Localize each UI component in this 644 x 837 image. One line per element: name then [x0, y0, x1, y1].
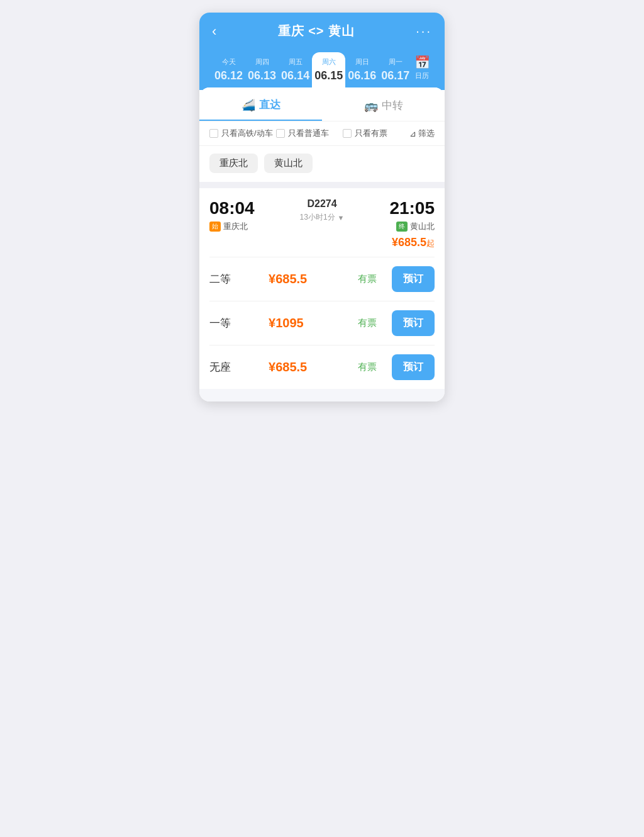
filter-highspeed-label: 只看高铁/动车 [221, 128, 273, 139]
date-tab-0617[interactable]: 周一 06.17 [379, 52, 412, 90]
back-button[interactable]: ‹ [212, 23, 216, 40]
date-tab-0615[interactable]: 周六 06.15 [312, 52, 345, 90]
page-title: 重庆 <> 黄山 [278, 23, 355, 40]
day-label: 周五 [281, 57, 309, 67]
arrive-time: 21:05 [389, 198, 435, 218]
arrive-block: 21:05 终 黄山北 ¥685.5起 [389, 198, 435, 249]
depart-badge: 始 [209, 222, 221, 232]
tab-transfer[interactable]: 🚌 中转 [322, 87, 445, 121]
seat-row-noseat: 无座 ¥685.5 有票 预订 [209, 345, 435, 389]
tab-direct[interactable]: 🚄 直达 [199, 87, 322, 121]
tab-bar: 🚄 直达 🚌 中转 [199, 87, 445, 121]
filter-bar: 只看高铁/动车 只看普通车 只看有票 ⊿ 筛选 [199, 121, 445, 145]
calendar-icon: 📅 [412, 55, 432, 70]
checkbox-regular[interactable] [276, 129, 285, 138]
tab-transfer-label: 中转 [382, 98, 403, 113]
train-icon: 🚄 [242, 98, 255, 112]
checkbox-highspeed[interactable] [209, 129, 218, 138]
station-tag-huangshan[interactable]: 黄山北 [264, 154, 313, 173]
seat-price-first: ¥1095 [269, 316, 343, 330]
seat-row-second: 二等 ¥685.5 有票 预订 [209, 257, 435, 301]
filter-highspeed[interactable]: 只看高铁/动车 [209, 128, 276, 139]
arrive-badge: 终 [396, 222, 408, 232]
price-suffix: 起 [426, 239, 435, 248]
date-num: 06.13 [248, 69, 276, 82]
day-label: 周六 [314, 57, 343, 67]
date-tabs: 今天 06.12 周四 06.13 周五 06.14 周六 06.15 周日 0… [212, 47, 432, 90]
book-button-second[interactable]: 预订 [392, 266, 435, 292]
filter-icon: ⊿ [409, 129, 416, 138]
seat-type-noseat: 无座 [209, 360, 269, 374]
seat-price-second: ¥685.5 [269, 272, 343, 286]
date-tab-0616[interactable]: 周日 06.16 [345, 52, 379, 90]
calendar-label: 日历 [412, 71, 432, 81]
day-label: 今天 [214, 57, 243, 67]
book-button-noseat[interactable]: 预订 [392, 354, 435, 380]
filter-available-label: 只看有票 [355, 128, 387, 139]
depart-block: 08:04 始 重庆北 [209, 198, 255, 232]
date-num: 06.16 [348, 69, 376, 82]
train-number: D2274 [261, 198, 384, 210]
header: ‹ 重庆 <> 黄山 ··· 今天 06.12 周四 06.13 周五 06.1… [199, 13, 445, 90]
date-tab-0614[interactable]: 周五 06.14 [279, 52, 312, 90]
depart-station-name: 重庆北 [223, 221, 248, 232]
main-content: 🚄 直达 🚌 中转 只看高铁/动车 只看普通车 只看有票 [199, 87, 445, 402]
price-tag: ¥685.5起 [392, 236, 435, 249]
calendar-button[interactable]: 📅 日历 [412, 55, 432, 88]
arrive-station-name: 黄山北 [410, 221, 435, 232]
filter-regular[interactable]: 只看普通车 [276, 128, 343, 139]
train-mid: D2274 13小时1分 ▼ [255, 198, 390, 223]
filter-regular-label: 只看普通车 [288, 128, 329, 139]
filter-advanced-label: 筛选 [418, 128, 435, 139]
station-tag-chongqing[interactable]: 重庆北 [209, 154, 258, 173]
app-container: ‹ 重庆 <> 黄山 ··· 今天 06.12 周四 06.13 周五 06.1… [199, 13, 445, 402]
train-header: 08:04 始 重庆北 D2274 13小时1分 ▼ 21:05 [209, 198, 435, 257]
tab-direct-label: 直达 [259, 98, 280, 112]
seat-price-noseat: ¥685.5 [269, 360, 343, 374]
divider [199, 182, 445, 188]
date-num: 06.17 [381, 69, 409, 82]
train-card: 08:04 始 重庆北 D2274 13小时1分 ▼ 21:05 [199, 188, 445, 389]
seat-type-first: 一等 [209, 316, 269, 330]
filter-available[interactable]: 只看有票 [343, 128, 409, 139]
price-value: ¥685.5 [392, 236, 426, 249]
seat-row-first: 一等 ¥1095 有票 预订 [209, 301, 435, 345]
dropdown-arrow-icon[interactable]: ▼ [338, 214, 345, 222]
seat-avail-second: 有票 [343, 273, 392, 285]
day-label: 周一 [381, 57, 409, 67]
book-button-first[interactable]: 预订 [392, 310, 435, 336]
depart-station-info: 始 重庆北 [209, 221, 255, 232]
date-tab-0612[interactable]: 今天 06.12 [212, 52, 245, 90]
day-label: 周日 [348, 57, 376, 67]
seat-type-second: 二等 [209, 272, 269, 286]
more-button[interactable]: ··· [416, 24, 432, 38]
seat-avail-noseat: 有票 [343, 361, 392, 373]
checkbox-available[interactable] [343, 129, 352, 138]
header-top: ‹ 重庆 <> 黄山 ··· [212, 23, 432, 47]
date-num: 06.14 [281, 69, 309, 82]
seat-avail-first: 有票 [343, 317, 392, 329]
depart-time: 08:04 [209, 198, 255, 218]
duration-text: 13小时1分 [300, 212, 335, 223]
arrive-station-info: 终 黄山北 [389, 221, 435, 232]
day-label: 周四 [248, 57, 276, 67]
date-num: 06.12 [214, 69, 243, 82]
station-tags: 重庆北 黄山北 [199, 145, 445, 182]
duration-line: 13小时1分 ▼ [261, 212, 384, 223]
bus-icon: 🚌 [364, 99, 378, 113]
date-tab-0613[interactable]: 周四 06.13 [245, 52, 279, 90]
filter-advanced-button[interactable]: ⊿ 筛选 [409, 128, 435, 139]
date-num: 06.15 [314, 69, 343, 82]
